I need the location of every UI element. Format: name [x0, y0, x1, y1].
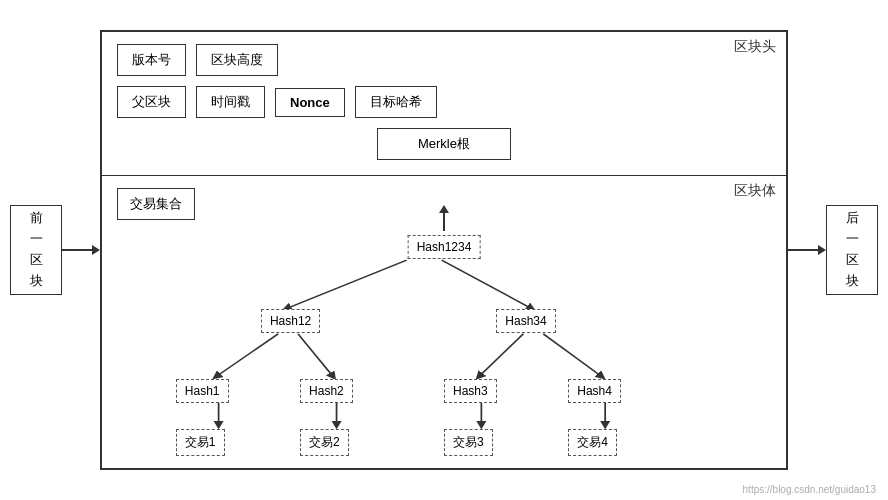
svg-line-3 — [298, 334, 333, 377]
field-nonce: Nonce — [275, 88, 345, 117]
field-timestamp: 时间戳 — [196, 86, 265, 118]
merkle-tree: Hash1234 Hash12 Hash34 Hash1 Hash2 Hash3… — [117, 233, 771, 456]
prev-block-text: 前一区块 — [30, 208, 43, 291]
svg-line-4 — [479, 334, 523, 377]
hash12: Hash12 — [261, 309, 320, 333]
arrow-line — [62, 249, 92, 251]
arrow-prev-to-main — [62, 245, 100, 255]
merkle-upward-arrow — [439, 205, 449, 231]
svg-line-0 — [286, 260, 406, 308]
hash1: Hash1 — [176, 379, 229, 403]
block-header: 区块头 版本号 区块高度 父区块 时间戳 Nonce 目标哈希 Merkle根 — [102, 32, 786, 176]
hash1234: Hash1234 — [408, 235, 481, 259]
block-header-label: 区块头 — [734, 38, 776, 56]
arrow-head — [92, 245, 100, 255]
hash34: Hash34 — [496, 309, 555, 333]
hash3: Hash3 — [444, 379, 497, 403]
block-body: 区块体 交易集合 — [102, 176, 786, 468]
field-parent-block: 父区块 — [117, 86, 186, 118]
tx4: 交易4 — [568, 429, 617, 456]
field-block-height: 区块高度 — [196, 44, 278, 76]
up-arrow-line — [443, 213, 445, 231]
hash4: Hash4 — [568, 379, 621, 403]
txset-box: 交易集合 — [117, 188, 195, 220]
header-row-1: 版本号 区块高度 — [117, 44, 771, 76]
arrow-line-2 — [788, 249, 818, 251]
next-block: 后一区块 — [826, 205, 878, 295]
header-row-2: 父区块 时间戳 Nonce 目标哈希 — [117, 86, 771, 118]
arrow-main-to-next — [788, 245, 826, 255]
arrow-head-2 — [818, 245, 826, 255]
merkle-root-row: Merkle根 — [117, 128, 771, 160]
watermark: https://blog.csdn.net/guidao13 — [743, 484, 876, 495]
up-arrow — [439, 205, 449, 231]
field-version: 版本号 — [117, 44, 186, 76]
hash2: Hash2 — [300, 379, 353, 403]
prev-block: 前一区块 — [10, 205, 62, 295]
next-block-text: 后一区块 — [846, 208, 859, 291]
tx2: 交易2 — [300, 429, 349, 456]
field-merkle-root: Merkle根 — [377, 128, 511, 160]
main-block: 区块头 版本号 区块高度 父区块 时间戳 Nonce 目标哈希 Merkle根 … — [100, 30, 788, 470]
field-target-hash: 目标哈希 — [355, 86, 437, 118]
block-body-label: 区块体 — [734, 182, 776, 200]
main-container: 前一区块 区块头 版本号 区块高度 父区块 时间戳 Nonce 目标哈希 M — [10, 20, 878, 480]
svg-line-1 — [442, 260, 532, 308]
svg-line-5 — [543, 334, 601, 377]
tx3: 交易3 — [444, 429, 493, 456]
svg-line-2 — [216, 334, 278, 377]
tree-lines-svg — [117, 233, 771, 456]
tx1: 交易1 — [176, 429, 225, 456]
up-arrow-head — [439, 205, 449, 213]
